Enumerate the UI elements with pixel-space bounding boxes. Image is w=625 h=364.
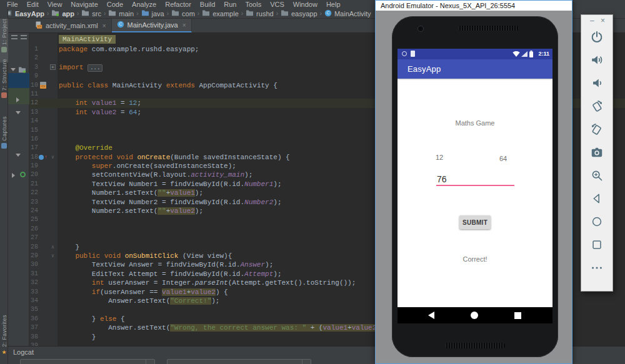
structure-tool-icon (1, 92, 7, 98)
code-text: int value2 = 64; (58, 108, 141, 117)
tab-close-icon[interactable]: × (182, 22, 186, 29)
breadcrumb-separator: › (166, 10, 170, 17)
breadcrumb-item-easyapp[interactable]: easyapp (279, 9, 319, 17)
breadcrumb-item-com[interactable]: com (170, 9, 196, 17)
panel-hide-icon[interactable] (21, 35, 27, 41)
tab-mainactivity-java[interactable]: CMainActivity.java× (112, 19, 192, 32)
code-text: @Override (58, 144, 112, 152)
overview-icon[interactable] (514, 312, 521, 319)
fold-spacer (48, 189, 58, 197)
answer-input[interactable]: 76 (437, 174, 447, 184)
breadcrumb-item-example[interactable]: example (201, 9, 240, 17)
panel-options-icon[interactable] (11, 35, 18, 41)
breadcrumb-item-easyapp[interactable]: EasyApp (4, 9, 46, 18)
power-icon[interactable] (590, 30, 604, 44)
fold-spacer (48, 72, 58, 81)
rotate-left-icon[interactable] (590, 99, 604, 113)
home-icon[interactable] (471, 312, 478, 319)
breadcrumb-item-java[interactable]: java (140, 9, 166, 17)
gutter-spacer (38, 72, 48, 81)
code-text: } (58, 333, 96, 342)
menu-help[interactable]: Help (322, 0, 345, 9)
tool-button-1-project[interactable]: 1: Project (0, 19, 8, 62)
fold-spacer (48, 81, 58, 90)
line-number: 36 (29, 315, 38, 323)
fold-plus-icon[interactable]: + (48, 63, 58, 72)
back-icon[interactable] (428, 312, 434, 319)
rotate-right-icon[interactable] (590, 122, 604, 136)
menu-navigate[interactable]: Navigate (66, 0, 102, 9)
menu-view[interactable]: View (43, 0, 67, 9)
breadcrumb-item-rushd[interactable]: rushd (244, 9, 275, 17)
minimize-icon[interactable]: – (590, 16, 594, 26)
volume-up-icon[interactable] (590, 53, 604, 67)
logcat-process-dropdown[interactable] (167, 359, 311, 364)
home-icon[interactable] (590, 215, 604, 229)
back-icon[interactable] (590, 192, 604, 205)
screenshot-root: FileEditViewNavigateCodeAnalyzeRefactorB… (0, 0, 625, 364)
project-panel-collapsed[interactable] (8, 33, 29, 346)
emulator-window-title: Android Emulator - Nexus_5X_API_26:5554 (376, 1, 572, 11)
code-text: Answer.setText("Wrong, the correct answe… (58, 323, 389, 332)
fold-down-icon[interactable]: ∨ (48, 153, 58, 162)
battery-icon (529, 51, 533, 57)
menu-analyze[interactable]: Analyze (128, 0, 161, 9)
zoom-icon[interactable] (590, 169, 604, 182)
code-text (58, 126, 59, 135)
project-tool-icon (1, 47, 7, 52)
line-number: 33 (29, 288, 38, 297)
line-number: 14 (29, 117, 38, 125)
chevron-down-icon (146, 360, 154, 364)
fold-spacer (48, 144, 58, 152)
tool-button-7-structure[interactable]: 7: Structure (0, 59, 8, 109)
line-number: 22 (29, 189, 38, 197)
menu-vcs[interactable]: VCS (266, 0, 289, 9)
android-nav-bar (398, 307, 552, 323)
logcat-device-dropdown[interactable] (20, 359, 155, 364)
overview-icon[interactable] (590, 238, 604, 252)
fold-down-icon[interactable]: ∨ (48, 252, 58, 260)
screenshot-icon[interactable] (590, 145, 604, 159)
breadcrumb-item-main[interactable]: main (107, 9, 135, 17)
tree-expand-icon[interactable] (16, 111, 21, 114)
code-text (58, 135, 59, 144)
tree-expand-icon[interactable] (11, 68, 16, 71)
line-number: 20 (29, 170, 38, 179)
game-heading: Maths Game (398, 119, 552, 127)
menu-edit[interactable]: Edit (22, 0, 43, 9)
close-icon[interactable]: × (601, 16, 605, 26)
menu-run[interactable]: Run (219, 0, 241, 9)
fold-spacer (48, 288, 58, 297)
class-layout-icon: <> (40, 82, 46, 89)
gutter-spacer (38, 189, 48, 197)
fold-up-icon[interactable]: ∧ (48, 243, 58, 252)
menu-code[interactable]: Code (102, 0, 128, 9)
tool-button-2-favorites[interactable]: 2: Favorites★ (0, 315, 8, 360)
fold-spacer (48, 162, 58, 170)
tool-button-captures[interactable]: Captures (0, 116, 8, 160)
breadcrumb-item-mainactivity[interactable]: CMainActivity (323, 9, 372, 18)
more-icon[interactable] (590, 261, 604, 275)
menu-tools[interactable]: Tools (241, 0, 266, 9)
code-text: } (58, 243, 79, 252)
folder-icon (108, 9, 116, 17)
tree-collapse-icon[interactable] (16, 97, 19, 102)
menu-window[interactable]: Window (289, 0, 322, 9)
breadcrumb-separator: › (275, 10, 279, 17)
breadcrumb-item-app[interactable]: app (50, 9, 76, 17)
gutter-spacer (38, 297, 48, 305)
code-text: EditText Attempt = findViewById(R.id.Att… (58, 270, 281, 278)
tree-collapse-icon[interactable] (12, 173, 15, 178)
menu-refactor[interactable]: Refactor (161, 0, 196, 9)
tree-expand-icon[interactable] (16, 154, 21, 157)
menu-build[interactable]: Build (196, 0, 219, 9)
override-gutter-icon[interactable]: ↑ (38, 153, 48, 162)
breadcrumb-separator: › (102, 10, 107, 17)
volume-down-icon[interactable] (590, 76, 604, 90)
class-gutter-icon[interactable]: <> (38, 81, 48, 90)
submit-button[interactable]: SUBMIT (459, 215, 491, 229)
tab-close-icon[interactable]: × (102, 22, 106, 29)
menu-file[interactable]: File (2, 0, 22, 9)
tab-activity_main-xml[interactable]: <>activity_main.xml× (30, 19, 112, 32)
breadcrumb-item-src[interactable]: src (80, 9, 102, 17)
